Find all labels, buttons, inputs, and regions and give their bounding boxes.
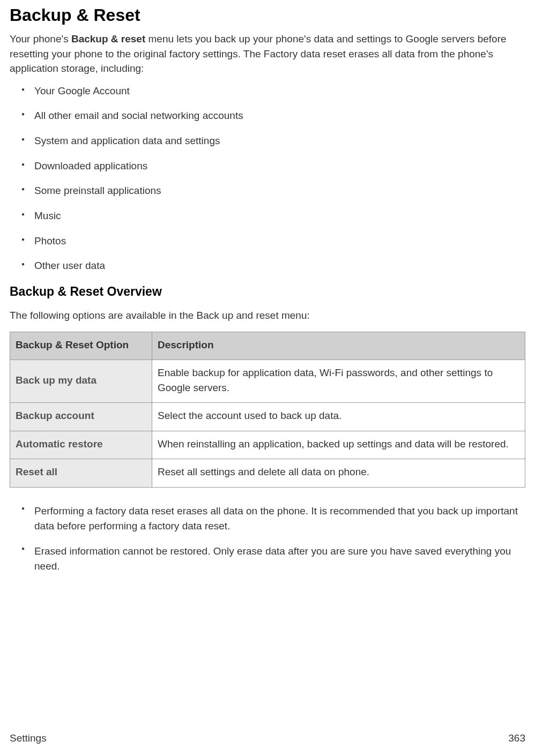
list-item: Other user data	[21, 259, 525, 273]
list-item: Photos	[21, 235, 525, 248]
desc-cell: When reinstalling an application, backed…	[152, 431, 525, 459]
option-cell: Automatic restore	[10, 431, 152, 459]
header-option: Backup & Reset Option	[10, 332, 152, 360]
desc-cell: Select the account used to back up data.	[152, 403, 525, 431]
option-cell: Reset all	[10, 459, 152, 488]
intro-paragraph: Your phone's Backup & reset menu lets yo…	[10, 32, 525, 76]
list-item: All other email and social networking ac…	[21, 109, 525, 123]
list-item: Erased information cannot be restored. O…	[21, 544, 525, 573]
option-cell: Back up my data	[10, 360, 152, 403]
page-footer: Settings 363	[10, 732, 525, 744]
page-title: Backup & Reset	[10, 5, 525, 25]
option-cell: Backup account	[10, 403, 152, 431]
list-item: System and application data and settings	[21, 134, 525, 148]
list-item: Some preinstall applications	[21, 184, 525, 198]
table-row: Reset all Reset all settings and delete …	[10, 459, 525, 488]
table-header-row: Backup & Reset Option Description	[10, 332, 525, 360]
list-item: Performing a factory data reset erases a…	[21, 504, 525, 533]
list-item: Music	[21, 209, 525, 223]
header-description: Description	[152, 332, 525, 360]
intro-pre: Your phone's	[10, 33, 71, 44]
desc-cell: Enable backup for application data, Wi-F…	[152, 360, 525, 403]
notes-list: Performing a factory data reset erases a…	[10, 504, 525, 573]
table-row: Backup account Select the account used t…	[10, 403, 525, 431]
intro-bold: Backup & reset	[71, 33, 145, 44]
list-item: Downloaded applications	[21, 160, 525, 173]
options-table: Backup & Reset Option Description Back u…	[10, 332, 525, 488]
erase-list: Your Google Account All other email and …	[10, 85, 525, 273]
overview-heading: Backup & Reset Overview	[10, 285, 525, 299]
footer-section: Settings	[10, 732, 47, 744]
list-item: Your Google Account	[21, 85, 525, 98]
table-row: Back up my data Enable backup for applic…	[10, 360, 525, 403]
overview-subtext: The following options are available in t…	[10, 309, 525, 323]
desc-cell: Reset all settings and delete all data o…	[152, 459, 525, 488]
table-row: Automatic restore When reinstalling an a…	[10, 431, 525, 459]
footer-page-number: 363	[508, 732, 525, 744]
